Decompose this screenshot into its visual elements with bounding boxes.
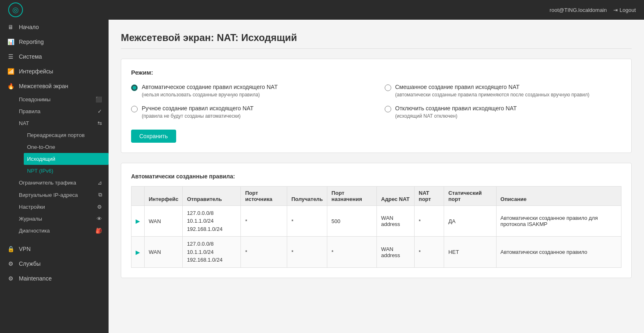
- mode-option-auto[interactable]: Автоматическое создание правил исходящег…: [131, 83, 368, 98]
- col-nat-address: Адрес NAT: [377, 186, 415, 205]
- row-static-port-0: ДА: [444, 205, 496, 237]
- mode-section: Режим: Автоматическое создание правил ис…: [131, 69, 621, 143]
- firewall-submenu: Псевдонимы ⬛ Правила ✓ NAT ⇆ Переадресац…: [0, 94, 109, 177]
- row-interface-1: WAN: [145, 237, 183, 268]
- sidebar: 🖥 Начало 📊 Reporting ☰ Система 📶 Интерфе…: [0, 20, 109, 333]
- play-icon-0[interactable]: ▶: [136, 218, 140, 224]
- topbar-user: root@TING.localdomain: [550, 7, 607, 13]
- main-content: Межсетевой экран: NAT: Исходящий Режим: …: [109, 20, 644, 333]
- sidebar-item-one-to-one[interactable]: One-to-One: [27, 141, 109, 153]
- mode-auto-main: Автоматическое создание правил исходящег…: [142, 83, 278, 91]
- mode-option-disabled[interactable]: Отключить создание правил исходящего NAT…: [385, 105, 622, 119]
- row-dst-port-0: 500: [327, 205, 377, 237]
- row-interface-0: WAN: [145, 205, 183, 237]
- sidebar-item-virtual-ip[interactable]: Виртуальные IP-адреса ⧉: [19, 189, 109, 201]
- mode-mixed-main: Смешанное создание правил исходящего NAT: [395, 83, 590, 91]
- mode-option-manual[interactable]: Ручное создание правил исходящего NAT (п…: [131, 105, 368, 119]
- sidebar-item-logs[interactable]: Журналы 👁: [19, 213, 109, 225]
- row-description-0: Автоматически созданное правило для прот…: [496, 205, 621, 237]
- logs-badge: 👁: [97, 216, 102, 222]
- sidebar-item-nat[interactable]: NAT ⇆: [19, 117, 109, 129]
- settings-badge: ⚙: [97, 204, 102, 210]
- mode-option-mixed[interactable]: Смешанное создание правил исходящего NAT…: [385, 83, 622, 98]
- mode-card: Режим: Автоматическое создание правил ис…: [121, 59, 632, 153]
- logo-icon: ◎: [12, 5, 19, 14]
- sidebar-item-traffic-shaper[interactable]: Ограничитель трафика ⊿: [19, 177, 109, 189]
- sidebar-item-rules[interactable]: Правила ✓: [19, 105, 109, 117]
- mode-label: Режим:: [131, 69, 621, 76]
- col-description: Описание: [496, 186, 621, 205]
- mode-disabled-main: Отключить создание правил исходящего NAT: [395, 105, 517, 113]
- logout-icon: ⇥: [613, 7, 618, 13]
- layout: 🖥 Начало 📊 Reporting ☰ Система 📶 Интерфе…: [0, 20, 644, 333]
- sidebar-item-vpn[interactable]: 🔒 VPN: [0, 242, 109, 256]
- mode-auto-sub: (нельзя использовать созданные вручную п…: [142, 91, 278, 98]
- mode-disabled-sub: (исходящий NAT отключен): [395, 113, 517, 120]
- vpn-icon: 🔒: [7, 246, 15, 252]
- col-sender: Отправитель: [183, 186, 241, 205]
- sidebar-item-diagnostics[interactable]: Диагностика 🎒: [19, 225, 109, 237]
- table-row: ▶ WAN 127.0.0.0/8 10.1.1.0/24192.168.1.0…: [132, 237, 621, 268]
- row-nat-address-1: WAN address: [377, 237, 415, 268]
- row-description-1: Автоматически созданное правило: [496, 237, 621, 268]
- col-recipient: Получатель: [287, 186, 327, 205]
- rules-section-title: Автоматически созданные правила:: [131, 173, 621, 180]
- reporting-icon: 📊: [7, 39, 15, 45]
- sidebar-item-interfaces[interactable]: 📶 Интерфейсы: [0, 64, 109, 79]
- table-header-row: Интерфейс Отправитель Порт источника Пол…: [132, 186, 621, 205]
- mode-grid: Автоматическое создание правил исходящег…: [131, 83, 621, 120]
- logout-button[interactable]: ⇥ Logout: [613, 7, 636, 13]
- row-src-port-0: *: [241, 205, 287, 237]
- topbar: ◎ root@TING.localdomain ⇥ Logout: [0, 0, 644, 20]
- system-icon: ☰: [7, 53, 15, 60]
- firewall-icon: 🔥: [7, 83, 15, 89]
- row-recipient-1: *: [287, 237, 327, 268]
- col-src-port: Порт источника: [241, 186, 287, 205]
- col-interface: Интерфейс: [145, 186, 183, 205]
- sidebar-item-home[interactable]: 🖥 Начало: [0, 20, 109, 34]
- topbar-right: root@TING.localdomain ⇥ Logout: [550, 7, 636, 13]
- row-nat-address-0: WAN address: [377, 205, 415, 237]
- sidebar-item-firewall[interactable]: 🔥 Межсетевой экран: [0, 79, 109, 94]
- row-play-1[interactable]: ▶: [132, 237, 145, 268]
- mode-radio-manual[interactable]: [131, 106, 138, 112]
- row-sender-0: 127.0.0.0/8 10.1.1.0/24192.168.1.0/24: [183, 205, 241, 237]
- mode-manual-sub: (правила не будут созданы автоматически): [142, 113, 254, 120]
- sidebar-item-npt[interactable]: NPT (IPv6): [27, 165, 109, 177]
- sidebar-item-system[interactable]: ☰ Система: [0, 49, 109, 64]
- home-icon: 🖥: [7, 24, 15, 30]
- rules-table: Интерфейс Отправитель Порт источника Пол…: [131, 186, 621, 268]
- mode-mixed-sub: (автоматически созданные правила применя…: [395, 91, 590, 98]
- row-static-port-1: НЕТ: [444, 237, 496, 268]
- sidebar-item-settings[interactable]: Настройки ⚙: [19, 201, 109, 213]
- mode-radio-mixed[interactable]: [385, 84, 391, 91]
- sidebar-item-services[interactable]: ⚙ Службы: [0, 256, 109, 271]
- virtual-ip-badge: ⧉: [98, 192, 102, 198]
- row-play-0[interactable]: ▶: [132, 205, 145, 237]
- firewall-more-submenu: Ограничитель трафика ⊿ Виртуальные IP-ад…: [0, 177, 109, 237]
- save-button[interactable]: Сохранить: [131, 130, 176, 143]
- sidebar-item-port-forward[interactable]: Переадресация портов: [27, 129, 109, 141]
- services-icon: ⚙: [7, 260, 15, 267]
- mode-manual-main: Ручное создание правил исходящего NAT: [142, 105, 254, 113]
- nat-submenu: Переадресация портов One-to-One Исходящи…: [19, 129, 109, 177]
- traffic-shaper-badge: ⊿: [98, 180, 102, 186]
- sidebar-item-outbound[interactable]: Исходящий: [24, 153, 109, 165]
- rules-badge: ✓: [98, 108, 102, 114]
- sidebar-item-aliases[interactable]: Псевдонимы ⬛: [19, 94, 109, 105]
- mode-radio-disabled[interactable]: [385, 106, 391, 112]
- page-title: Межсетевой экран: NAT: Исходящий: [121, 32, 632, 49]
- aliases-badge: ⬛: [95, 96, 102, 103]
- interfaces-icon: 📶: [7, 68, 15, 75]
- play-icon-1[interactable]: ▶: [136, 249, 140, 255]
- col-dst-port: Порт назначения: [327, 186, 377, 205]
- sidebar-item-reporting[interactable]: 📊 Reporting: [0, 34, 109, 49]
- row-sender-1: 127.0.0.0/8 10.1.1.0/24192.168.1.0/24: [183, 237, 241, 268]
- row-dst-port-1: *: [327, 237, 377, 268]
- col-nat-port: NAT порт: [415, 186, 444, 205]
- col-action: [132, 186, 145, 205]
- row-nat-port-0: *: [415, 205, 444, 237]
- mode-radio-auto[interactable]: [131, 84, 138, 91]
- rules-card: Автоматически созданные правила: Интерфе…: [121, 163, 632, 278]
- sidebar-item-maintenance[interactable]: ⚙ Maintenance: [0, 271, 109, 286]
